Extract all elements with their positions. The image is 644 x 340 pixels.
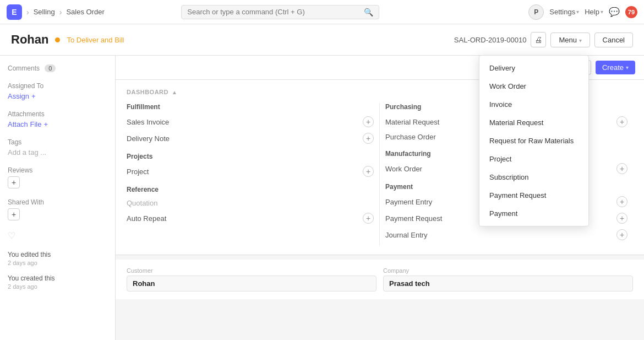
delivery-note-label: Delivery Note	[127, 134, 170, 143]
dashboard-title: DASHBOARD	[127, 89, 168, 95]
settings-caret: ▾	[576, 9, 579, 15]
assigned-to-section: Assigned To Assign +	[8, 82, 107, 100]
projects-title: Projects	[127, 153, 374, 160]
customer-value: Rohan	[127, 276, 376, 292]
order-id: SAL-ORD-2019-00010	[454, 36, 527, 44]
top-navigation: E › Selling › Sales Order 🔍 P Settings ▾…	[0, 0, 644, 24]
fulfillment-section: Fulfillment Sales Invoice + Delivery Not…	[127, 103, 374, 144]
add-shared-button[interactable]: +	[8, 208, 20, 220]
settings-button[interactable]: Settings ▾	[549, 8, 579, 16]
page-header: Rohan To Deliver and Bill SAL-ORD-2019-0…	[0, 24, 644, 56]
status-dot	[55, 37, 60, 42]
shared-with-section: Shared With +	[8, 198, 107, 220]
assign-plus-icon: +	[31, 92, 36, 100]
payment-request-label: Payment Request	[385, 214, 442, 223]
sales-invoice-item: Sales Invoice +	[127, 116, 374, 127]
assign-button[interactable]: Assign +	[8, 92, 36, 100]
nav-separator-1: ›	[26, 8, 29, 17]
attachments-label: Attachments	[8, 110, 107, 118]
cancel-button[interactable]: Cancel	[594, 33, 633, 47]
fulfillment-title: Fulfillment	[127, 103, 374, 111]
create-caret: ▾	[626, 64, 629, 71]
dropdown-item-work-order[interactable]: Work Order	[479, 77, 588, 95]
app-icon[interactable]: E	[7, 4, 22, 20]
quotation-item: Quotation	[127, 199, 374, 207]
dashboard-left-col: Fulfillment Sales Invoice + Delivery Not…	[127, 103, 380, 246]
header-actions: SAL-ORD-2019-00010 🖨 Menu ▾ Cancel	[454, 32, 633, 47]
tags-section: Tags Add a tag ...	[8, 138, 107, 156]
comments-badge: 0	[45, 64, 56, 72]
dropdown-item-payment-request[interactable]: Payment Request	[479, 186, 588, 204]
sales-invoice-add[interactable]: +	[363, 116, 374, 127]
attach-file-button[interactable]: Attach File +	[8, 120, 48, 128]
activity-2-time: 2 days ago	[8, 283, 107, 290]
activity-2-text: You created this	[8, 274, 107, 282]
material-request-add[interactable]: +	[616, 116, 627, 127]
page-title: Rohan	[11, 33, 48, 47]
delivery-note-add[interactable]: +	[363, 133, 374, 144]
reviews-section: Reviews +	[8, 166, 107, 188]
add-review-button[interactable]: +	[8, 176, 20, 188]
search-bar[interactable]: 🔍	[181, 5, 379, 19]
add-tag-input[interactable]: Add a tag ...	[8, 148, 46, 156]
journal-entry-label: Journal Entry	[385, 231, 428, 239]
user-avatar: P	[528, 4, 544, 20]
attachments-section: Attachments Attach File +	[8, 110, 107, 128]
company-value: Prasad tech	[383, 276, 633, 292]
auto-repeat-label: Auto Repeat	[127, 214, 166, 223]
delivery-note-item: Delivery Note +	[127, 133, 374, 144]
shared-with-label: Shared With	[8, 198, 107, 206]
customer-section: Customer Rohan Company Prasad tech	[116, 260, 644, 299]
payment-request-add[interactable]: +	[616, 213, 627, 224]
notification-icon[interactable]: 💬	[609, 7, 620, 17]
dropdown-item-project[interactable]: Project	[479, 150, 588, 168]
company-field: Company Prasad tech	[383, 267, 633, 292]
nav-right: P Settings ▾ Help ▾ 💬 79	[528, 4, 637, 20]
purchase-order-label: Purchase Order	[385, 133, 436, 141]
customer-label: Customer	[127, 267, 376, 274]
dropdown-item-material-request[interactable]: Material Request	[479, 114, 588, 132]
reference-section: Reference Quotation Auto Repeat +	[127, 186, 374, 224]
dropdown-item-subscription[interactable]: Subscription	[479, 168, 588, 186]
project-add[interactable]: +	[363, 166, 374, 177]
comments-section: Comments 0	[8, 64, 107, 72]
material-request-label: Material Request	[385, 118, 439, 126]
dashboard-collapse-icon[interactable]: ▲	[172, 89, 177, 95]
company-label: Company	[383, 267, 633, 274]
auto-repeat-add[interactable]: +	[363, 213, 374, 224]
journal-entry-item: Journal Entry +	[385, 229, 627, 240]
comments-label: Comments 0	[8, 64, 107, 72]
work-order-label: Work Order	[385, 165, 422, 173]
customer-grid: Customer Rohan Company Prasad tech	[127, 267, 633, 292]
payment-entry-label: Payment Entry	[385, 198, 432, 206]
quotation-label[interactable]: Quotation	[127, 199, 157, 207]
heart-icon[interactable]: ♡	[8, 231, 15, 240]
attach-plus-icon: +	[43, 120, 48, 128]
activity-section: You edited this 2 days ago You created t…	[8, 251, 107, 290]
sales-invoice-label: Sales Invoice	[127, 118, 169, 126]
journal-entry-add[interactable]: +	[616, 229, 627, 240]
project-item: Project +	[127, 166, 374, 177]
projects-section: Projects Project +	[127, 153, 374, 177]
nav-sales-order[interactable]: Sales Order	[66, 8, 104, 16]
help-caret: ▾	[601, 9, 603, 15]
nav-selling[interactable]: Selling	[34, 8, 55, 16]
project-label: Project	[127, 168, 149, 176]
nav-separator-2: ›	[59, 8, 62, 17]
reviews-label: Reviews	[8, 166, 107, 174]
dropdown-item-payment[interactable]: Payment	[479, 204, 588, 223]
tags-label: Tags	[8, 138, 107, 146]
notification-badge[interactable]: 79	[625, 6, 637, 18]
print-button[interactable]: 🖨	[531, 32, 546, 47]
menu-button[interactable]: Menu ▾	[550, 33, 590, 47]
payment-entry-add[interactable]: +	[616, 196, 627, 207]
work-order-add[interactable]: +	[616, 163, 627, 174]
dropdown-item-delivery[interactable]: Delivery	[479, 59, 588, 77]
dropdown-item-invoice[interactable]: Invoice	[479, 95, 588, 114]
help-button[interactable]: Help ▾	[585, 8, 603, 16]
customer-field: Customer Rohan	[127, 267, 376, 292]
activity-1-time: 2 days ago	[8, 260, 107, 266]
dropdown-item-request-raw[interactable]: Request for Raw Materials	[479, 132, 588, 150]
search-input[interactable]	[187, 8, 361, 16]
create-button[interactable]: Create ▾	[596, 61, 635, 74]
